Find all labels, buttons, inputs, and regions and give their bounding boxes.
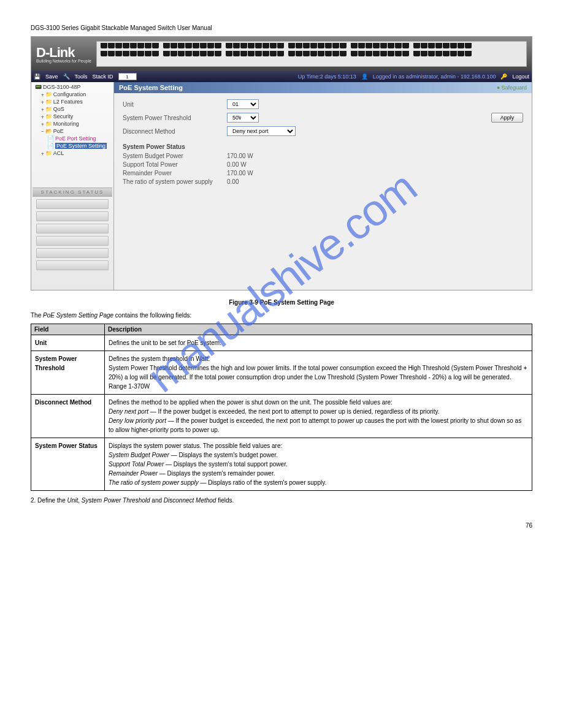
- field-description-table: FieldDescription UnitDefines the unit to…: [31, 324, 532, 491]
- stacking-status-header: STACKING STATUS: [33, 188, 112, 197]
- disconnect-label: Disconnect Method: [123, 128, 221, 135]
- switch-graphic: [96, 41, 527, 67]
- save-button[interactable]: Save: [45, 74, 58, 80]
- unit-select[interactable]: 01: [227, 99, 259, 109]
- th-field: Field: [31, 324, 105, 335]
- tree-poe-port-setting[interactable]: 📄PoE Port Setting: [33, 135, 112, 142]
- folder-icon: 📁: [45, 99, 52, 105]
- stack-id-input[interactable]: [118, 73, 137, 80]
- page-icon: 📄: [47, 135, 54, 142]
- table-row: UnitDefines the unit to be set for PoE s…: [31, 335, 532, 351]
- device-banner: D-Link Building Networks for People: [31, 37, 532, 71]
- tree-l2features[interactable]: +📁L2 Features: [33, 98, 112, 105]
- logo-subtitle: Building Networks for People: [36, 59, 91, 63]
- table-row: System Power StatusDisplays the system p…: [31, 438, 532, 491]
- folder-icon: 📂: [45, 128, 52, 134]
- logout-icon: 🔑: [500, 74, 507, 80]
- unit-label: Unit: [123, 101, 221, 108]
- folder-icon: 📁: [45, 91, 52, 97]
- logout-button[interactable]: Logout: [512, 74, 529, 80]
- panel-title: PoE System Setting: [119, 84, 183, 91]
- stack-unit-2[interactable]: [36, 211, 109, 221]
- desc-status: Displays the system power status. The po…: [105, 438, 532, 491]
- stack-unit-6[interactable]: [36, 260, 109, 270]
- tree-configuration[interactable]: +📁Configuration: [33, 91, 112, 98]
- table-row: Disconnect MethodDefines the method to b…: [31, 395, 532, 438]
- status-budget-label: System Budget Power: [123, 153, 227, 159]
- tree-acl[interactable]: +📁ACL: [33, 150, 112, 157]
- tree-poe-system-setting[interactable]: 📄PoE System Setting: [33, 142, 112, 150]
- folder-icon: 📁: [45, 121, 52, 127]
- stack-unit-5[interactable]: [36, 248, 109, 258]
- page-number: 76: [31, 522, 532, 529]
- tree-qos[interactable]: +📁QoS: [33, 105, 112, 113]
- nav-sidebar: 📟DGS-3100-48P +📁Configuration +📁L2 Featu…: [31, 82, 114, 290]
- field-status: System Power Status: [31, 438, 105, 491]
- status-remainder-label: Remainder Power: [123, 170, 227, 176]
- stack-unit-4[interactable]: [36, 236, 109, 246]
- device-icon: 📟: [35, 84, 42, 90]
- tree-root[interactable]: 📟DGS-3100-48P: [33, 83, 112, 91]
- save-icon: 💾: [34, 74, 40, 80]
- user-icon: 👤: [361, 74, 368, 80]
- folder-icon: 📁: [45, 106, 52, 112]
- tree-security[interactable]: +📁Security: [33, 113, 112, 120]
- disconnect-select[interactable]: Deny next port: [227, 126, 296, 136]
- table-row: System Power ThresholdDefines the system…: [31, 351, 532, 395]
- status-header: System Power Status: [123, 143, 523, 150]
- login-info: Logged in as administrator, admin - 192.…: [373, 74, 496, 80]
- tree-monitoring[interactable]: +📁Monitoring: [33, 120, 112, 127]
- th-description: Description: [105, 324, 532, 335]
- folder-icon: 📁: [45, 113, 52, 119]
- page-icon: 📄: [47, 143, 54, 149]
- desc-unit: Defines the unit to be set for PoE syste…: [105, 335, 532, 351]
- apply-button[interactable]: Apply: [491, 113, 523, 123]
- stack-unit-3[interactable]: [36, 224, 109, 233]
- status-budget-value: 170.00 W: [227, 153, 253, 159]
- tools-menu[interactable]: Tools: [75, 74, 88, 80]
- stack-unit-1[interactable]: [36, 199, 109, 209]
- main-panel: PoE System Setting Safeguard Unit 01 Sys…: [114, 82, 532, 290]
- folder-icon: 📁: [45, 150, 52, 156]
- footer-step: 2. Define the Unit, System Power Thresho…: [31, 497, 532, 504]
- logo-block: D-Link Building Networks for People: [36, 45, 91, 63]
- status-remainder-value: 170.00 W: [227, 170, 253, 176]
- status-ratio-value: 0.00: [227, 178, 239, 185]
- uptime-text: Up Time:2 days 5:10:13: [298, 74, 356, 80]
- toolbar: 💾 Save 🔧 Tools Stack ID Up Time:2 days 5…: [31, 71, 532, 82]
- status-support-label: Support Total Power: [123, 161, 227, 168]
- panel-header: PoE System Setting Safeguard: [114, 82, 532, 93]
- tree-poe[interactable]: −📂PoE: [33, 127, 112, 135]
- status-ratio-label: The ratio of system power supply: [123, 178, 227, 185]
- tools-icon: 🔧: [63, 74, 70, 80]
- threshold-label: System Power Threshold: [123, 115, 221, 121]
- screenshot-container: D-Link Building Networks for People: [31, 36, 532, 290]
- status-support-value: 0.00 W: [227, 161, 247, 168]
- panel-body: Unit 01 System Power Threshold 50W Disco…: [114, 93, 532, 193]
- field-threshold: System Power Threshold: [31, 351, 105, 395]
- doc-header: DGS-3100 Series Gigabit Stackable Manage…: [31, 25, 532, 31]
- desc-disconnect: Defines the method to be applied when th…: [105, 395, 532, 438]
- field-unit: Unit: [31, 335, 105, 351]
- field-disconnect: Disconnect Method: [31, 395, 105, 438]
- threshold-select[interactable]: 50W: [227, 113, 259, 123]
- stack-id-label: Stack ID: [93, 74, 113, 80]
- page-intro: The PoE System Setting Page contains the…: [31, 312, 532, 319]
- figure-caption: Figure 3-9 PoE System Setting Page: [31, 299, 532, 306]
- safeguard-badge: Safeguard: [497, 85, 527, 91]
- desc-threshold: Defines the system threshold in Watt.Sys…: [105, 351, 532, 395]
